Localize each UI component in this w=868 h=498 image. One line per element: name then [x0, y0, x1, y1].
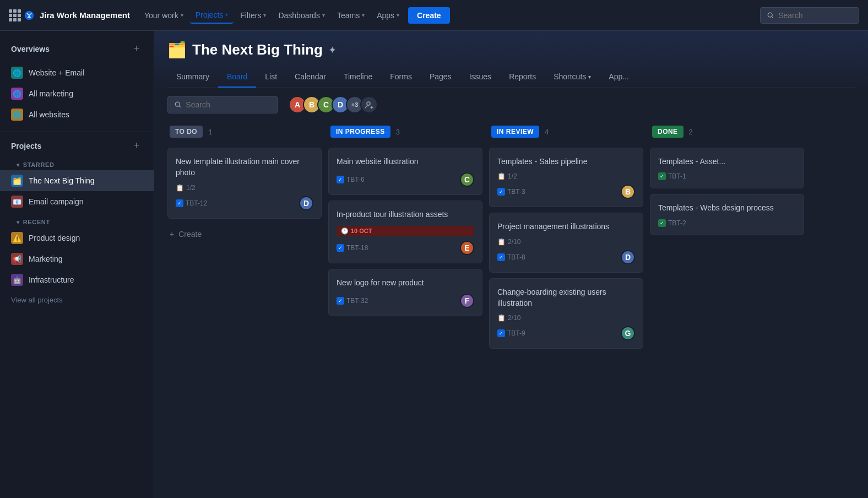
infrastructure-icon: 🤖 [11, 274, 23, 286]
column-inprogress: IN PROGRESS 3 Main website illustration … [328, 121, 482, 316]
clock-icon: 🕐 [341, 228, 349, 235]
card-meta: ✓ TBT-3 B [497, 185, 635, 199]
star-icon[interactable]: ✦ [328, 44, 337, 56]
chevron-down-icon: ▾ [17, 162, 20, 168]
chevron-down-icon: ▾ [362, 12, 365, 18]
doc-icon: 📋 [497, 172, 506, 180]
chevron-down-icon: ▾ [225, 12, 228, 18]
check-icon: ✓ [497, 253, 505, 261]
add-overview-button[interactable]: + [130, 42, 143, 56]
tab-issues[interactable]: Issues [460, 67, 500, 88]
tab-timeline[interactable]: Timeline [335, 67, 381, 88]
tab-board[interactable]: Board [218, 67, 256, 88]
search-icon [767, 12, 774, 19]
sidebar-item-next-big-thing[interactable]: 🗂️ The Next Big Thing [0, 170, 154, 191]
inprogress-badge: IN PROGRESS [330, 126, 390, 138]
card-avatar: G [621, 326, 635, 340]
card-tbt8[interactable]: Project management illustrations 📋 2/10 … [489, 213, 643, 272]
sidebar-item-all-websites[interactable]: 🌐 All websites [0, 104, 154, 125]
card-tbt32[interactable]: New logo for new product ✓ TBT-32 F [328, 269, 482, 316]
sidebar-divider [0, 132, 154, 132]
grid-icon[interactable] [9, 9, 21, 21]
doc-icon: 📋 [497, 238, 506, 246]
tab-forms[interactable]: Forms [381, 67, 421, 88]
card-tbt12[interactable]: New template illustration main cover pho… [167, 148, 322, 219]
check-icon: ✓ [658, 172, 666, 180]
card-id: ✓ TBT-32 [337, 297, 368, 305]
card-tbt18[interactable]: In-product tour illustration assets 🕐 10… [328, 201, 482, 263]
column-inreview: IN REVIEW 4 Templates - Sales pipeline 📋… [489, 121, 643, 349]
create-button[interactable]: Create [408, 7, 450, 24]
tab-summary[interactable]: Summary [167, 67, 218, 88]
create-card-todo[interactable]: + Create [167, 224, 322, 244]
sidebar-item-website-email[interactable]: 🌐 Website + Email [0, 62, 154, 83]
inreview-badge: IN REVIEW [491, 126, 539, 138]
card-tbt6[interactable]: Main website illustration ✓ TBT-6 C [328, 148, 482, 195]
board: TO DO 1 New template illustration main c… [154, 121, 868, 498]
sidebar-item-marketing[interactable]: 📢 Marketing [0, 248, 154, 269]
nav-filters[interactable]: Filters ▾ [235, 8, 272, 23]
card-tbt-sales[interactable]: Templates - Sales pipeline 📋 1/2 ✓ TBT-3… [489, 148, 643, 207]
chevron-down-icon: ▾ [181, 12, 183, 18]
topnav-items: Your work ▾ Projects ▾ Filters ▾ Dashboa… [139, 7, 450, 24]
nav-your-work[interactable]: Your work ▾ [139, 8, 189, 23]
card-meta: ✓ TBT-9 G [497, 326, 635, 340]
inprogress-count: 3 [396, 128, 400, 136]
nav-dashboards[interactable]: Dashboards ▾ [273, 8, 330, 23]
sidebar-item-product-design[interactable]: ⚠️ Product design [0, 228, 154, 248]
card-meta: ✓ TBT-8 D [497, 250, 635, 264]
search-input[interactable] [778, 11, 852, 20]
tab-pages[interactable]: Pages [421, 67, 460, 88]
board-avatars: A B C D +3 [289, 96, 378, 113]
sidebar-item-infrastructure[interactable]: 🤖 Infrastructure [0, 269, 154, 290]
card-id: ✓ TBT-2 [658, 219, 686, 227]
card-meta: ✓ TBT-32 F [337, 294, 474, 308]
due-date-badge: 🕐 10 OCT [337, 226, 474, 236]
add-user-icon [365, 100, 373, 109]
check-icon: ✓ [337, 244, 344, 252]
nav-apps[interactable]: Apps ▾ [371, 8, 405, 23]
projects-header: Projects + [0, 139, 154, 159]
recent-section: ▾ RECENT [0, 216, 154, 228]
global-search[interactable] [760, 7, 859, 24]
content-area: 🗂️ The Next Big Thing ✦ Summary Board Li… [154, 31, 868, 498]
add-project-button[interactable]: + [130, 139, 143, 153]
todo-count: 1 [208, 128, 212, 136]
tab-reports[interactable]: Reports [500, 67, 545, 88]
topnav: Jira Work Management Your work ▾ Project… [0, 0, 868, 31]
board-search[interactable] [167, 96, 278, 113]
tab-shortcuts[interactable]: Shortcuts ▾ [545, 67, 600, 88]
sidebar-item-email-campaign[interactable]: 📧 Email campaign [0, 191, 154, 212]
card-tbt9[interactable]: Change-boarding existing users illustrat… [489, 278, 643, 349]
svg-point-2 [367, 102, 370, 105]
check-icon: ✓ [658, 219, 666, 227]
card-avatar: F [460, 294, 474, 308]
tab-apps[interactable]: App... [600, 67, 638, 88]
card-tbt1-asset[interactable]: Templates - Asset... ✓ TBT-1 [650, 148, 804, 188]
marketing-icon: 📢 [11, 253, 23, 265]
check-icon: ✓ [337, 176, 344, 183]
nav-projects[interactable]: Projects ▾ [190, 7, 234, 24]
column-inreview-header: IN REVIEW 4 [489, 121, 643, 142]
column-inprogress-header: IN PROGRESS 3 [328, 121, 482, 142]
chevron-down-icon: ▾ [588, 74, 591, 80]
view-all-projects[interactable]: View all projects [0, 290, 154, 310]
tab-calendar[interactable]: Calendar [286, 67, 335, 88]
tab-list[interactable]: List [256, 67, 286, 88]
website-email-icon: 🌐 [11, 67, 23, 79]
card-id: ✓ TBT-18 [337, 244, 368, 252]
chevron-down-icon: ▾ [17, 219, 20, 225]
chevron-down-icon: ▾ [397, 12, 399, 18]
board-search-input[interactable] [186, 100, 270, 109]
nav-teams[interactable]: Teams ▾ [332, 8, 370, 23]
all-websites-icon: 🌐 [11, 109, 23, 121]
sidebar-item-all-marketing[interactable]: 🌐 All marketing [0, 83, 154, 104]
add-member-button[interactable] [360, 96, 378, 113]
card-meta: ✓ TBT-12 D [176, 196, 313, 210]
card-tbt2[interactable]: Templates - Webs design process ✓ TBT-2 [650, 194, 804, 235]
card-progress: 📋 2/10 [497, 238, 635, 246]
card-avatar: B [621, 185, 635, 199]
app-logo[interactable]: Jira Work Management [23, 9, 130, 21]
card-avatar: D [621, 250, 635, 264]
done-count: 2 [689, 128, 693, 136]
